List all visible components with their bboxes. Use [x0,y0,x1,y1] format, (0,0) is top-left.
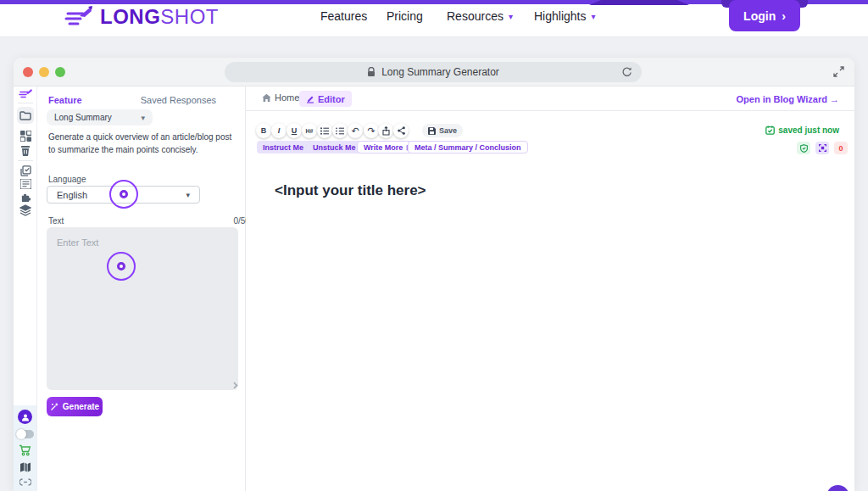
shield-check-icon [800,144,808,153]
address-bar[interactable]: Long Summary Generator [225,62,642,82]
login-button[interactable]: Login › [729,0,800,31]
bullet-list-button[interactable] [317,123,332,138]
address-title: Long Summary Generator [381,66,499,78]
longshot-rocket-icon [64,6,93,28]
puzzle-icon[interactable] [14,192,37,203]
tab-editor-label: Editor [318,94,345,104]
saved-status-label: saved just now [778,126,839,135]
folder-icon[interactable] [14,107,37,124]
language-label: Language [48,175,86,184]
toggle-knob [16,429,26,439]
heading-button[interactable]: H# [302,123,317,138]
tab-home-label: Home [275,92,299,103]
language-select-dropdown[interactable]: English ▾ [47,186,200,204]
layers-icon[interactable] [14,204,37,216]
nav-link-label: Features [320,9,367,23]
longshot-logo[interactable]: LONGSHOT [64,5,219,29]
top-accent-decoration [589,0,689,5]
bold-button[interactable]: B [256,123,271,138]
ordered-list-icon [336,127,344,135]
rail-bottom-section [14,405,36,491]
export-icon [382,126,390,136]
pill-label: Instruct Me [263,143,303,152]
window-content: Feature Saved Responses Long Summary ▾ G… [14,86,854,491]
scan-frame-icon [819,144,826,152]
editor-panel: Home Editor Open in Blog Wizard → B I U … [246,86,854,491]
grid-dashboard-icon[interactable] [14,131,37,142]
logo-word-long: LONG [100,5,160,28]
magic-wand-icon [50,403,58,411]
active-rail-highlight [17,107,34,124]
undo-button[interactable]: ↶ [348,123,363,138]
minimize-window-button[interactable] [39,67,49,77]
map-icon[interactable] [19,462,31,472]
export-button[interactable] [378,123,393,138]
nav-link-resources[interactable]: Resources▾ [447,9,513,23]
longshot-mini-logo-icon[interactable] [14,88,37,99]
italic-button[interactable]: I [271,123,287,138]
feature-description: Generate a quick overview of an article/… [48,131,236,156]
task-check-icon[interactable] [14,165,37,176]
refresh-icon[interactable] [620,65,633,78]
meta-summary-conclusion-button[interactable]: Meta / Summary / Conclusion [408,141,528,153]
redo-button[interactable]: ↷ [364,123,379,138]
nav-link-features[interactable]: Features [320,9,367,23]
share-button[interactable] [393,123,409,138]
underline-button[interactable]: U [287,123,302,138]
login-label: Login [743,9,776,23]
pill-label: Meta / Summary / Conclusion [415,143,521,152]
tab-home[interactable]: Home [262,92,299,103]
nav-link-label: Pricing [387,9,423,23]
tab-feature[interactable]: Feature [48,95,82,105]
pill-label: Unstuck Me [313,143,356,152]
nav-link-highlights[interactable]: Highlights▾ [534,9,596,23]
editor-tab-row: Home Editor Open in Blog Wizard → [246,86,854,111]
text-input-area[interactable] [47,227,238,390]
feature-select-value: Long Summary [54,113,112,122]
document-title-placeholder[interactable]: <Input your title here> [275,182,426,199]
link-icon[interactable] [19,478,31,486]
plagiarism-check-badge[interactable] [815,142,829,154]
browser-chrome-bar: Long Summary Generator [14,58,854,86]
feature-select-dropdown[interactable]: Long Summary ▾ [47,109,153,126]
open-blog-wizard-link[interactable]: Open in Blog Wizard → [736,94,839,104]
nav-link-label: Resources [447,9,504,23]
share-icon [398,126,405,135]
top-navbar: LONGSHOT Features Pricing Resources▾ Hig… [0,0,868,37]
toggle-switch[interactable] [16,430,34,438]
cart-icon[interactable] [19,444,31,456]
save-button[interactable]: Save [422,124,463,137]
logo-word-shot: SHOT [160,5,219,28]
feature-panel: Feature Saved Responses Long Summary ▾ G… [37,86,246,491]
saved-check-icon [765,126,775,135]
nav-link-label: Highlights [534,9,586,23]
generate-button[interactable]: Generate [47,397,103,416]
rail-divider [18,103,33,103]
trash-icon[interactable] [14,145,37,156]
close-window-button[interactable] [23,67,33,77]
user-avatar[interactable] [18,410,32,424]
page: LONGSHOT Features Pricing Resources▾ Hig… [0,0,868,491]
tab-editor[interactable]: Editor [299,91,352,107]
chevron-down-icon: ▾ [509,12,513,21]
expand-window-icon[interactable] [833,66,844,77]
content-shield-badge[interactable] [797,142,810,154]
generate-label: Generate [63,402,99,411]
tab-saved-responses[interactable]: Saved Responses [141,95,216,105]
pill-label: Write More [364,143,403,152]
ordered-list-button[interactable] [332,123,348,138]
nav-link-pricing[interactable]: Pricing [387,9,423,23]
home-icon [262,93,271,103]
text-label: Text [48,216,64,226]
icon-rail-sidebar [14,86,37,491]
maximize-window-button[interactable] [55,67,65,77]
bullet-list-icon [320,127,329,135]
logo-wordmark: LONGSHOT [100,5,219,29]
error-count-badge[interactable]: 0 [834,142,848,154]
list-doc-icon[interactable] [14,179,37,189]
chevron-down-icon: ▾ [591,12,595,21]
chevron-down-icon: ▾ [186,191,190,199]
save-label: Save [439,126,457,135]
saved-status: saved just now [765,126,839,135]
edit-pencil-icon [306,95,314,103]
